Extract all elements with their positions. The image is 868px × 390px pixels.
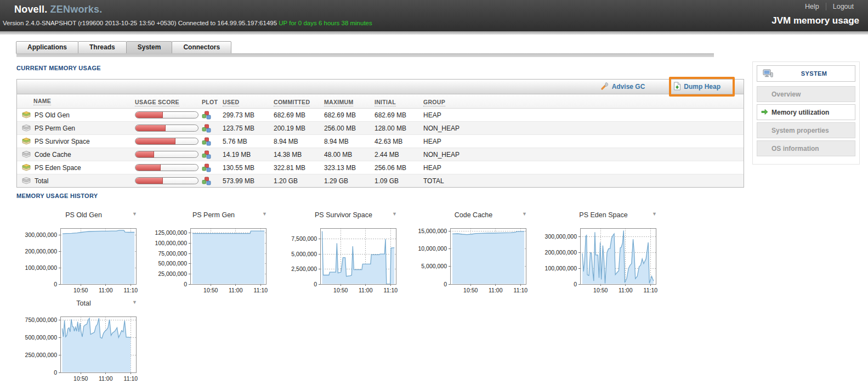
usage-score-bar: [135, 125, 198, 132]
sidebar-item-os-information[interactable]: OS information: [757, 140, 855, 156]
column-header-label[interactable]: NAME: [33, 98, 51, 105]
table-row-ps-perm-gen: PS Perm Gen 123.75 MB 200.19 MB 256.00 M…: [17, 121, 744, 134]
plot-icon[interactable]: [202, 124, 223, 133]
cell-committed: 200.19 MB: [274, 125, 324, 132]
chevron-down-icon[interactable]: ▼: [132, 211, 137, 217]
column-header-label[interactable]: INITIAL: [375, 99, 396, 106]
plot-icon[interactable]: [202, 111, 223, 120]
chart-title: PS Survivor Space: [315, 211, 372, 219]
sidebar-item-label: Memory utilization: [771, 109, 829, 116]
chart-title: Total: [76, 299, 90, 307]
cell-initial: 256.06 MB: [375, 164, 423, 172]
svg-text:125,000,000: 125,000,000: [155, 229, 188, 236]
dump-heap-button[interactable]: Dump Heap: [673, 82, 721, 92]
svg-text:100,000,000: 100,000,000: [25, 264, 58, 271]
memory-table: Advise GC Dump Heap NAMEUSAGE SCOREPLOTU…: [16, 79, 744, 188]
advise-gc-label: Advise GC: [612, 83, 645, 91]
cell-name: PS Survivor Space: [17, 138, 135, 145]
tab-underbar: [16, 53, 714, 57]
table-row-ps-eden-space: PS Eden Space 130.55 MB 322.81 MB 323.13…: [17, 161, 744, 174]
svg-text:10:50: 10:50: [593, 287, 608, 293]
plot-icon[interactable]: [202, 150, 223, 159]
table-body: PS Old Gen 299.73 MB 682.69 MB 682.69 MB…: [17, 109, 744, 187]
svg-text:100,000,000: 100,000,000: [545, 265, 577, 272]
column-header-maximum: MAXIMUM: [324, 97, 375, 106]
table-row-ps-survivor-space: PS Survivor Space 5.76 MB 8.94 MB 8.94 M…: [17, 134, 744, 148]
cell-used: 130.55 MB: [223, 164, 274, 172]
cell-maximum: 8.94 MB: [324, 138, 375, 145]
sidebar-item-system-properties[interactable]: System properties: [757, 122, 855, 138]
brand-zenworks: ZENworks.: [47, 4, 102, 15]
column-header-label[interactable]: USAGE SCORE: [135, 99, 179, 106]
column-header-label: PLOT: [202, 99, 218, 105]
column-header-initial: INITIAL: [375, 97, 423, 106]
chart-title-row: PS Survivor Space▼: [268, 210, 398, 223]
cell-committed: 1.20 GB: [274, 177, 324, 185]
usage-score-bar: [135, 138, 198, 145]
column-header-label[interactable]: MAXIMUM: [324, 99, 353, 106]
svg-text:10:50: 10:50: [203, 287, 218, 293]
nonheap-pool-icon: [22, 151, 31, 158]
svg-text:11:00: 11:00: [99, 287, 113, 293]
help-link[interactable]: Help: [798, 3, 826, 10]
nonheap-pool-icon: [22, 177, 31, 184]
advise-gc-button[interactable]: Advise GC: [601, 82, 645, 92]
table-row-code-cache: Code Cache 14.19 MB 14.38 MB 48.00 MB 2.…: [17, 148, 744, 161]
plot-icon[interactable]: [202, 137, 223, 146]
svg-text:50,000,000: 50,000,000: [158, 260, 187, 267]
svg-text:7,500,000: 7,500,000: [291, 235, 317, 242]
column-header-label[interactable]: GROUP: [423, 99, 445, 106]
svg-text:10:50: 10:50: [73, 375, 88, 382]
svg-text:2,500,000: 2,500,000: [291, 265, 317, 272]
cell-initial: 1.09 GB: [375, 177, 423, 185]
cell-name: Code Cache: [17, 151, 135, 159]
history-chart-total: Total▼0250,000,000500,000,000750,000,000…: [8, 298, 138, 386]
sidebar-item-memory-utilization[interactable]: Memory utilization: [757, 104, 855, 120]
cell-used: 299.73 MB: [223, 111, 274, 119]
tab-applications[interactable]: Applications: [16, 41, 78, 54]
chevron-down-icon[interactable]: ▼: [522, 211, 527, 217]
cell-initial: 128.00 MB: [375, 125, 423, 132]
tab-system[interactable]: System: [126, 41, 173, 54]
version-text: Version 2.4.0-SNAPSHOT (r199600 2013-10-…: [3, 20, 279, 26]
chevron-down-icon[interactable]: ▼: [392, 211, 397, 217]
cell-name: PS Perm Gen: [17, 125, 135, 132]
chevron-down-icon[interactable]: ▼: [262, 211, 267, 217]
chart-title-row: PS Perm Gen▼: [138, 210, 268, 223]
svg-text:100,000,000: 100,000,000: [155, 240, 188, 246]
cell-used: 5.76 MB: [223, 138, 274, 145]
svg-text:10:50: 10:50: [73, 287, 88, 293]
chevron-down-icon[interactable]: ▼: [652, 211, 657, 217]
svg-text:300,000,000: 300,000,000: [545, 233, 577, 240]
green-arrow-icon: [761, 109, 768, 117]
usage-score-bar: [135, 111, 198, 118]
cell-usage-score: [135, 164, 202, 171]
svg-text:11:00: 11:00: [99, 375, 113, 382]
usage-score-fill: [135, 112, 163, 118]
usage-score-bar: [135, 177, 198, 184]
tab-threads[interactable]: Threads: [78, 41, 127, 54]
cell-committed: 682.69 MB: [274, 111, 324, 119]
chart-title-row: PS Eden Space▼: [528, 210, 658, 223]
plot-icon[interactable]: [202, 163, 223, 172]
svg-text:0: 0: [314, 281, 317, 287]
column-header-label[interactable]: COMMITTED: [274, 99, 310, 106]
svg-text:0: 0: [444, 281, 447, 287]
column-header-label[interactable]: USED: [223, 99, 239, 106]
cell-maximum: 256.00 MB: [324, 125, 375, 132]
plot-icon[interactable]: [202, 177, 223, 185]
svg-text:10:50: 10:50: [463, 287, 478, 293]
chevron-down-icon[interactable]: ▼: [132, 299, 137, 305]
sidebar-items: Overview Memory utilizationSystem proper…: [757, 86, 855, 156]
chart-plot: 0100,000,000200,000,000300,000,00010:501…: [8, 223, 138, 295]
header-divider: [0, 31, 868, 35]
logout-link[interactable]: Logout: [826, 3, 860, 10]
cell-used: 14.19 MB: [223, 151, 274, 159]
header-links: HelpLogout: [798, 3, 860, 10]
cell-name: PS Eden Space: [17, 164, 135, 172]
column-header-group: GROUP: [423, 97, 744, 106]
table-row-ps-old-gen: PS Old Gen 299.73 MB 682.69 MB 682.69 MB…: [17, 109, 744, 121]
sidebar-item-overview[interactable]: Overview: [757, 86, 855, 102]
usage-score-fill: [135, 165, 161, 171]
tab-connectors[interactable]: Connectors: [172, 41, 231, 54]
